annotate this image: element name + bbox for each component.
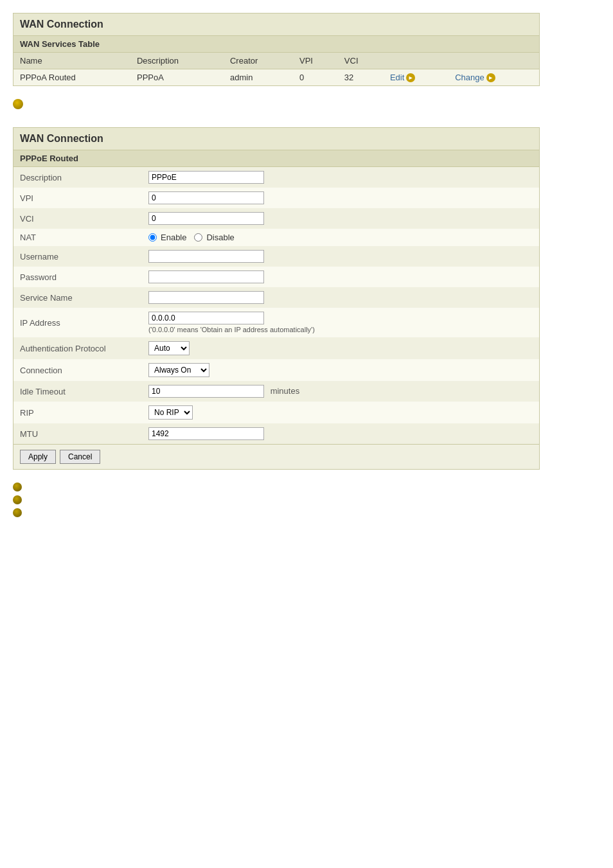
form-row-description: Description xyxy=(13,167,539,188)
nat-enable-label[interactable]: Enable xyxy=(148,233,186,242)
label-rip: RIP xyxy=(13,402,142,423)
change-icon: ► xyxy=(486,73,495,82)
bullet-item-top xyxy=(13,99,540,109)
value-username xyxy=(142,246,539,267)
nat-disable-radio[interactable] xyxy=(194,233,202,242)
select-connection[interactable]: Always On On Demand Manual xyxy=(148,363,209,377)
col-creator: Creator xyxy=(224,53,293,69)
button-row: Apply Cancel xyxy=(13,444,539,469)
label-vci: VCI xyxy=(13,208,142,229)
value-connection: Always On On Demand Manual xyxy=(142,359,539,381)
label-nat: NAT xyxy=(13,229,142,246)
select-rip[interactable]: No RIP RIP v1 RIP v2 xyxy=(148,405,193,420)
edit-label: Edit xyxy=(390,73,404,82)
nat-enable-radio[interactable] xyxy=(148,233,157,242)
bullet-item-3 xyxy=(13,508,540,517)
col-vci: VCI xyxy=(338,53,384,69)
input-service-name[interactable] xyxy=(148,291,264,304)
label-idle-timeout: Idle Timeout xyxy=(13,381,142,402)
label-password: Password xyxy=(13,267,142,287)
form-row-connection: Connection Always On On Demand Manual xyxy=(13,359,539,381)
value-idle-timeout: minutes xyxy=(142,381,539,402)
form-row-vci: VCI xyxy=(13,208,539,229)
change-link[interactable]: Change ► xyxy=(455,73,495,82)
bullet-circle-1 xyxy=(13,483,22,492)
cancel-button[interactable]: Cancel xyxy=(60,450,100,464)
bullet-item-1 xyxy=(13,483,540,492)
form-row-password: Password xyxy=(13,267,539,287)
bottom-bullets xyxy=(13,483,540,517)
input-vci[interactable] xyxy=(148,212,264,225)
input-idle-timeout[interactable] xyxy=(148,385,264,398)
value-nat: Enable Disable xyxy=(142,229,539,246)
label-vpi: VPI xyxy=(13,188,142,208)
row-vpi: 0 xyxy=(293,69,338,86)
bullet-circle-3 xyxy=(13,508,22,517)
col-change-header xyxy=(449,53,539,69)
col-edit-header xyxy=(384,53,449,69)
change-label: Change xyxy=(455,73,484,82)
wan-form-section: WAN Connection PPPoE Routed Description … xyxy=(13,127,540,470)
edit-icon: ► xyxy=(406,73,415,82)
form-row-service-name: Service Name xyxy=(13,287,539,308)
wan-form-title: WAN Connection xyxy=(13,128,539,150)
bullet-circle-top xyxy=(13,99,23,109)
bullet-circle-2 xyxy=(13,495,22,504)
form-row-username: Username xyxy=(13,246,539,267)
label-auth-protocol: Authentication Protocol xyxy=(13,337,142,359)
label-service-name: Service Name xyxy=(13,287,142,308)
label-connection: Connection xyxy=(13,359,142,381)
col-vpi: VPI xyxy=(293,53,338,69)
select-auth-protocol[interactable]: Auto PAP CHAP xyxy=(148,341,190,355)
wan-services-title: WAN Connection xyxy=(13,13,539,36)
nat-enable-text: Enable xyxy=(161,233,186,242)
value-rip: No RIP RIP v1 RIP v2 xyxy=(142,402,539,423)
nat-disable-text: Disable xyxy=(206,233,234,242)
form-row-idle-timeout: Idle Timeout minutes xyxy=(13,381,539,402)
label-mtu: MTU xyxy=(13,423,142,444)
input-username[interactable] xyxy=(148,250,264,263)
wan-services-section: WAN Connection WAN Services Table Name D… xyxy=(13,13,540,86)
value-ip-address: ('0.0.0.0' means 'Obtain an IP address a… xyxy=(142,308,539,337)
nat-radio-group: Enable Disable xyxy=(148,233,533,242)
value-auth-protocol: Auto PAP CHAP xyxy=(142,337,539,359)
input-password[interactable] xyxy=(148,270,264,283)
row-description: PPPoA xyxy=(130,69,224,86)
col-description: Description xyxy=(130,53,224,69)
apply-button[interactable]: Apply xyxy=(20,450,56,464)
form-row-rip: RIP No RIP RIP v1 RIP v2 xyxy=(13,402,539,423)
label-username: Username xyxy=(13,246,142,267)
wan-services-subtitle: WAN Services Table xyxy=(13,36,539,53)
col-name: Name xyxy=(13,53,130,69)
row-creator: admin xyxy=(224,69,293,86)
label-ip-address: IP Address xyxy=(13,308,142,337)
minutes-label: minutes xyxy=(271,386,300,396)
value-service-name xyxy=(142,287,539,308)
row-name: PPPoA Routed xyxy=(13,69,130,86)
label-description: Description xyxy=(13,167,142,188)
form-row-mtu: MTU xyxy=(13,423,539,444)
ip-note: ('0.0.0.0' means 'Obtain an IP address a… xyxy=(148,326,533,333)
value-password xyxy=(142,267,539,287)
form-row-nat: NAT Enable Disable xyxy=(13,229,539,246)
form-row-ip-address: IP Address ('0.0.0.0' means 'Obtain an I… xyxy=(13,308,539,337)
nat-disable-label[interactable]: Disable xyxy=(194,233,234,242)
form-table: Description VPI VCI xyxy=(13,167,539,444)
table-row: PPPoA Routed PPPoA admin 0 32 Edit ► Cha… xyxy=(13,69,539,86)
value-vci xyxy=(142,208,539,229)
edit-link[interactable]: Edit ► xyxy=(390,73,415,82)
form-row-auth-protocol: Authentication Protocol Auto PAP CHAP xyxy=(13,337,539,359)
input-mtu[interactable] xyxy=(148,427,264,440)
input-description[interactable] xyxy=(148,171,264,184)
form-row-vpi: VPI xyxy=(13,188,539,208)
value-vpi xyxy=(142,188,539,208)
top-bullets xyxy=(13,99,540,109)
wan-form-subtitle: PPPoE Routed xyxy=(13,150,539,167)
input-ip-address[interactable] xyxy=(148,312,264,324)
value-mtu xyxy=(142,423,539,444)
bullet-item-2 xyxy=(13,495,540,504)
value-description xyxy=(142,167,539,188)
input-vpi[interactable] xyxy=(148,191,264,204)
row-vci: 32 xyxy=(338,69,384,86)
services-table: Name Description Creator VPI VCI PPPoA R… xyxy=(13,53,539,85)
